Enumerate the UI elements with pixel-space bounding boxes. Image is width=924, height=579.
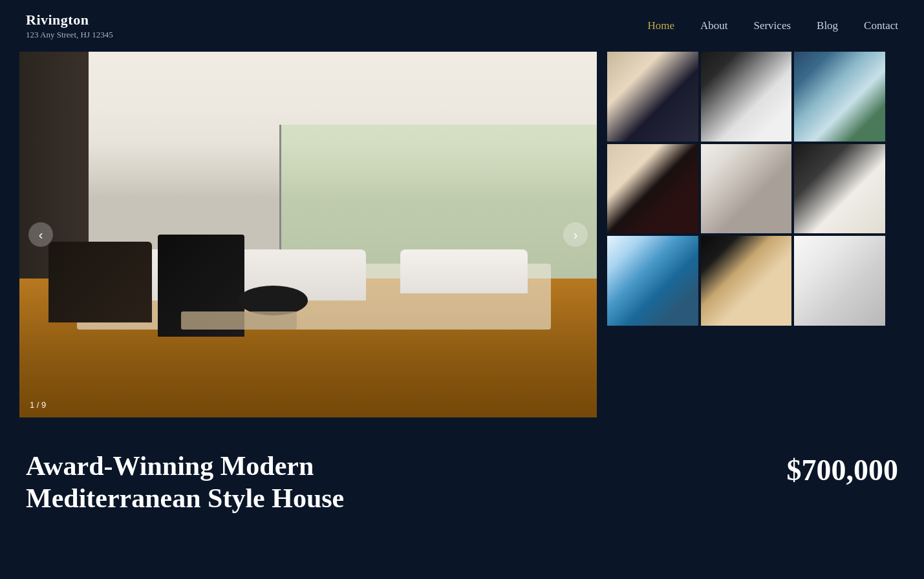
chevron-left-icon: ‹ <box>39 227 43 242</box>
brand-name: Rivington <box>26 12 113 28</box>
scene-side-table <box>239 286 308 315</box>
thumbnail-2[interactable] <box>701 52 792 142</box>
header: Rivington 123 Any Street, HJ 12345 Home … <box>0 0 924 52</box>
property-info-section: Award-Winning Modern Mediterranean Style… <box>0 424 924 515</box>
slideshow-image: 1 / 9 <box>19 52 597 417</box>
thumbnail-1[interactable] <box>607 52 698 142</box>
scene-sofa-right <box>400 249 527 293</box>
property-title: Award-Winning Modern Mediterranean Style… <box>26 450 478 515</box>
main-nav: Home About Services Blog Contact <box>647 19 898 32</box>
nav-blog[interactable]: Blog <box>817 19 838 32</box>
slideshow-container: 1 / 9 ‹ › <box>19 52 597 417</box>
thumbnail-9[interactable] <box>794 236 885 326</box>
slideshow-next-button[interactable]: › <box>563 222 588 247</box>
slide-counter: 1 / 9 <box>30 400 46 410</box>
thumbnail-3[interactable] <box>794 52 885 142</box>
nav-about[interactable]: About <box>700 19 728 32</box>
scene-chair-left <box>48 242 153 322</box>
thumbnail-5[interactable] <box>701 144 792 234</box>
thumbnail-8[interactable] <box>701 236 792 326</box>
thumbnail-4[interactable] <box>607 144 698 234</box>
thumbnail-7[interactable] <box>607 236 698 326</box>
slideshow-prev-button[interactable]: ‹ <box>28 222 53 247</box>
chevron-right-icon: › <box>574 227 578 242</box>
property-price: $700,000 <box>787 450 899 487</box>
scene-coffee-table <box>181 311 297 330</box>
brand: Rivington 123 Any Street, HJ 12345 <box>26 12 113 40</box>
nav-home[interactable]: Home <box>647 19 674 32</box>
nav-services[interactable]: Services <box>753 19 791 32</box>
nav-contact[interactable]: Contact <box>864 19 898 32</box>
thumbnail-6[interactable] <box>794 144 885 234</box>
thumbnail-grid <box>607 52 885 326</box>
brand-address: 123 Any Street, HJ 12345 <box>26 30 113 40</box>
main-content: 1 / 9 ‹ › <box>0 52 924 417</box>
